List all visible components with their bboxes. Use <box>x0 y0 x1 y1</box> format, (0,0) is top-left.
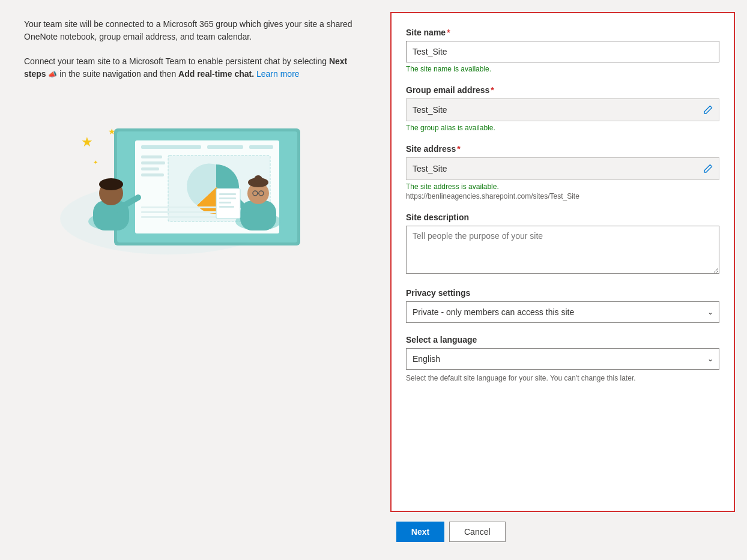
site-address-url: https://benlineagencies.sharepoint.com/s… <box>406 192 719 200</box>
svg-rect-7 <box>141 145 201 149</box>
left-para1: Your team site will be connected to a Mi… <box>24 18 360 43</box>
group-email-input[interactable] <box>407 99 697 121</box>
site-name-field-group: Site name* The site name is available. <box>406 28 719 73</box>
svg-text:★: ★ <box>81 134 93 149</box>
site-address-required: * <box>457 144 460 154</box>
svg-rect-12 <box>141 155 162 158</box>
privacy-settings-label: Privacy settings <box>406 288 719 298</box>
left-para2: Connect your team site to a Microsoft Te… <box>24 55 360 80</box>
privacy-select-wrapper: Private - only members can access this s… <box>406 301 719 323</box>
privacy-settings-field-group: Privacy settings Private - only members … <box>406 288 719 323</box>
site-name-required: * <box>447 28 450 37</box>
site-name-available: The site name is available. <box>406 65 719 73</box>
group-email-edit-button[interactable] <box>697 99 719 121</box>
svg-rect-36 <box>219 202 231 203</box>
svg-rect-9 <box>249 145 273 149</box>
group-email-required: * <box>491 85 494 95</box>
language-field-group: Select a language English French Spanish… <box>406 335 719 384</box>
svg-rect-34 <box>219 193 236 195</box>
privacy-select[interactable]: Private - only members can access this s… <box>406 301 719 323</box>
group-email-label: Group email address* <box>406 85 719 95</box>
language-select-wrapper: English French Spanish German ⌄ <box>406 348 719 370</box>
site-address-field-group: Site address* The site address is availa… <box>406 144 719 200</box>
site-address-edit-button[interactable] <box>697 158 719 179</box>
svg-point-28 <box>254 175 262 184</box>
left-para2-pre: Connect your team site to a Microsoft Te… <box>24 56 329 66</box>
footer-buttons: Next Cancel <box>390 512 735 548</box>
language-help-text: Select the default site language for you… <box>406 373 719 384</box>
svg-rect-13 <box>141 161 165 164</box>
site-description-textarea[interactable] <box>406 226 719 274</box>
megaphone-icon: 📣 <box>48 70 57 79</box>
site-address-wrapper <box>406 157 719 180</box>
site-address-label: Site address* <box>406 144 719 154</box>
site-description-field-group: Site description <box>406 212 719 276</box>
svg-rect-15 <box>141 173 164 176</box>
svg-rect-37 <box>219 206 234 208</box>
svg-rect-8 <box>207 145 243 149</box>
learn-more-link[interactable]: Learn more <box>256 69 300 79</box>
right-panel: Site name* The site name is available. G… <box>384 0 747 560</box>
svg-point-22 <box>99 178 123 190</box>
left-panel: Your team site will be connected to a Mi… <box>0 0 384 560</box>
next-button[interactable]: Next <box>396 522 444 542</box>
group-alias-available: The group alias is available. <box>406 124 719 132</box>
group-email-field-group: Group email address* The group alias is … <box>406 85 719 132</box>
language-select[interactable]: English French Spanish German <box>406 348 719 370</box>
site-name-label: Site name* <box>406 28 719 37</box>
group-email-wrapper <box>406 98 719 121</box>
form-container: Site name* The site name is available. G… <box>390 12 735 512</box>
site-description-label: Site description <box>406 212 719 222</box>
cancel-button[interactable]: Cancel <box>449 522 506 542</box>
left-para2-mid: in the suite navigation and then <box>59 69 178 79</box>
team-illustration: ★ ★ ✦ <box>24 104 312 260</box>
language-label: Select a language <box>406 335 719 345</box>
site-address-available: The site address is available. <box>406 182 719 191</box>
svg-text:✦: ✦ <box>93 159 98 166</box>
svg-rect-35 <box>219 197 236 199</box>
left-add-chat: Add real-time chat. <box>178 69 254 79</box>
site-address-input[interactable] <box>407 158 697 179</box>
site-name-input[interactable] <box>406 41 719 62</box>
svg-rect-14 <box>141 167 159 170</box>
